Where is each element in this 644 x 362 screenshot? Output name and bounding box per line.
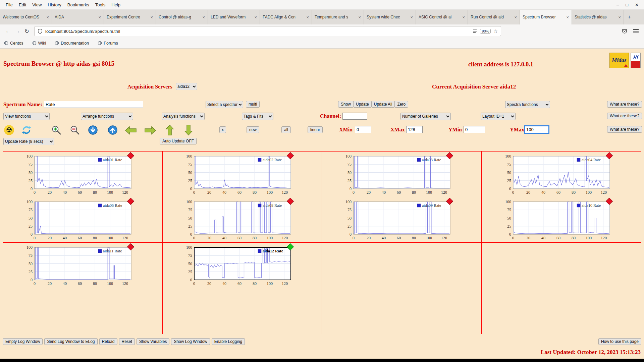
gallery-cell-aida01[interactable]: 0255075100020406080100120aida01 Rate (3, 152, 163, 197)
zoom-level-badge[interactable]: 90% (480, 29, 491, 34)
footer-show-variables-button[interactable]: Show Variables (137, 338, 170, 345)
pocket-icon[interactable] (622, 28, 627, 34)
gallery-cell-aida09[interactable]: 0255075100020406080100120aida09 Rate (322, 197, 482, 243)
menu-history[interactable]: History (45, 2, 64, 7)
gallery-cell-aida11[interactable]: 0255075100020406080100120aida11 Rate (3, 243, 163, 288)
spectrum-name-input[interactable] (44, 101, 143, 108)
spectrum-chart-aida11[interactable]: 0255075100020406080100120aida11 Rate (3, 243, 161, 287)
gallery-cell-aida10[interactable]: 0255075100020406080100120aida10 Rate (482, 197, 641, 243)
footer-enable-logging-button[interactable]: Enable Logging (212, 338, 245, 345)
tab-welcome-to-centos[interactable]: Welcome to CentOS× (0, 10, 52, 24)
tab-close-icon[interactable]: × (150, 15, 153, 20)
gallery-cell-aida04[interactable]: 0255075100020406080100120aida04 Rate (482, 152, 641, 197)
xmax-input[interactable] (406, 126, 423, 133)
refresh-icon[interactable] (21, 125, 32, 136)
update-button[interactable]: Update (353, 101, 372, 108)
url-text[interactable]: localhost:8015/Spectrum/Spectrum.tml (45, 29, 470, 34)
bookmark-wiki[interactable]: Wiki (32, 41, 46, 46)
tags-fits-dropdown[interactable]: Tags & Fits (242, 113, 273, 120)
layout-id-dropdown[interactable]: Layout ID=1 (481, 113, 516, 120)
tab-spectrum-browser[interactable]: Spectrum Browser× (520, 10, 572, 24)
channel-input[interactable] (342, 113, 367, 120)
show-button[interactable]: Show (338, 101, 354, 108)
reader-mode-icon[interactable] (473, 29, 477, 34)
menu-icon[interactable] (633, 29, 639, 33)
update-rate-dropdown[interactable]: Update Rate (8 secs) (3, 138, 54, 145)
tab-temperature-and-s[interactable]: Temperature and s× (312, 10, 364, 24)
spectrum-chart-aida10[interactable]: 0255075100020406080100120aida10 Rate (482, 197, 639, 241)
spectrum-chart-aida03[interactable]: 0255075100020406080100120aida03 Rate (322, 152, 480, 196)
acquisition-server-dropdown[interactable]: aida12 (176, 83, 197, 90)
bookmark-documentation[interactable]: Documentation (55, 41, 89, 46)
number-of-galleries-dropdown[interactable]: Number of Galleries (400, 113, 451, 120)
zoom-out-icon[interactable] (70, 125, 80, 136)
what-are-these-button-3[interactable]: What are these? (607, 126, 642, 133)
tab-close-icon[interactable]: × (254, 15, 257, 20)
tab-close-icon[interactable]: × (46, 15, 49, 20)
footer-reset-button[interactable]: Reset (119, 338, 135, 345)
footer-reload-button[interactable]: Reload (99, 338, 117, 345)
pan-down-icon[interactable] (184, 125, 193, 137)
tab-statistics-aidas[interactable]: Statistics @ aidas× (572, 10, 624, 24)
ymax-input[interactable] (525, 126, 549, 133)
tab-run-control-aid[interactable]: Run Control @ aid× (468, 10, 520, 24)
spectrum-chart-aida08[interactable]: 0255075100020406080100120aida08 Rate (163, 197, 320, 241)
menu-tools[interactable]: Tools (92, 2, 108, 7)
tab-led-and-waveform[interactable]: LED and Waveform× (208, 10, 260, 24)
spectrum-chart-aida01[interactable]: 0255075100020406080100120aida01 Rate (3, 152, 161, 196)
shift-down-icon[interactable] (88, 125, 98, 136)
tab-close-icon[interactable]: × (202, 15, 205, 20)
midas-logo[interactable]: Midas (609, 53, 629, 68)
spectrum-chart-aida02[interactable]: 0255075100020406080100120aida02 Rate (163, 152, 320, 196)
tab-close-icon[interactable]: × (98, 15, 101, 20)
menu-edit[interactable]: Edit (16, 2, 29, 7)
x-projection-button[interactable]: x (219, 126, 226, 133)
ymin-input[interactable] (464, 126, 485, 133)
what-are-these-button-1[interactable]: What are these? (607, 101, 642, 108)
view-functions-dropdown[interactable]: View functions (3, 113, 50, 120)
menu-help[interactable]: Help (108, 2, 123, 7)
gallery-cell-aida06[interactable]: 0255075100020406080100120aida06 Rate (3, 197, 163, 243)
what-are-these-button-2[interactable]: What are these? (607, 113, 642, 119)
select-spectrum-dropdown[interactable]: Select a spectrum (206, 101, 243, 108)
all-button[interactable]: all (281, 126, 291, 133)
spectra-functions-dropdown[interactable]: Spectra functions (505, 101, 550, 108)
bookmark-centos[interactable]: Centos (4, 41, 23, 46)
tab-close-icon[interactable]: × (358, 15, 361, 20)
how-to-use-button[interactable]: How to use this page (598, 338, 641, 345)
tab-close-icon[interactable]: × (566, 15, 569, 20)
bookmark-forums[interactable]: Forums (98, 41, 118, 46)
tab-control-aidas-g[interactable]: Control @ aidas-g× (156, 10, 208, 24)
radiation-icon[interactable]: ☢ (4, 125, 14, 135)
new-button[interactable]: new (247, 126, 259, 133)
linear-button[interactable]: linear (308, 126, 323, 133)
multi-button[interactable]: multi (246, 101, 260, 108)
new-tab-button[interactable]: + (624, 10, 635, 24)
zero-button[interactable]: Zero (394, 101, 408, 108)
url-bar[interactable]: localhost:8015/Spectrum/Spectrum.tml 90%… (34, 26, 501, 36)
xmin-input[interactable] (355, 126, 371, 133)
tab-asic-control-ai[interactable]: ASIC Control @ ai× (416, 10, 468, 24)
zoom-in-icon[interactable] (51, 125, 61, 136)
footer-show-log-window-button[interactable]: Show Log Window (171, 338, 210, 345)
gallery-cell-aida12[interactable]: 0255075100020406080100120aida12 Rate (163, 243, 322, 288)
bookmark-star-icon[interactable]: ☆ (493, 28, 498, 34)
tab-close-icon[interactable]: × (306, 15, 309, 20)
footer-send-log-window-to-elog-button[interactable]: Send Log Window to ELog (44, 338, 97, 345)
analysis-functions-dropdown[interactable]: Analysis functions (162, 113, 205, 120)
back-button[interactable]: ← (3, 26, 13, 36)
tab-close-icon[interactable]: × (462, 15, 465, 20)
tab-aida[interactable]: AIDA× (52, 10, 104, 24)
powered-logo[interactable] (631, 53, 641, 68)
spectrum-chart-aida12[interactable]: 0255075100020406080100120aida12 Rate (163, 243, 320, 287)
tab-close-icon[interactable]: × (514, 15, 517, 20)
update-all-button[interactable]: Update All (371, 101, 395, 108)
tab-system-wide-chec[interactable]: System wide Chec× (364, 10, 416, 24)
gallery-cell-aida08[interactable]: 0255075100020406080100120aida08 Rate (163, 197, 322, 243)
spectrum-chart-aida06[interactable]: 0255075100020406080100120aida06 Rate (3, 197, 161, 241)
tab-close-icon[interactable]: × (410, 15, 413, 20)
shift-up-icon[interactable] (108, 125, 118, 136)
arrange-functions-dropdown[interactable]: Arrange functions (81, 113, 133, 120)
footer-empty-log-window-button[interactable]: Empty Log Window (3, 338, 43, 345)
menu-bookmarks[interactable]: Bookmarks (64, 2, 92, 7)
